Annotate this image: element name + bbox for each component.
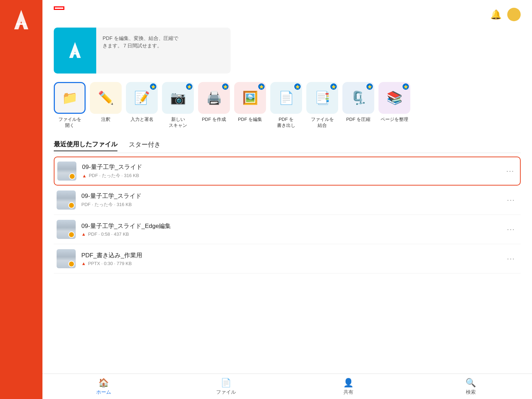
tool-icon-box-combine: 📑⭐	[306, 82, 338, 114]
tool-name-export-pdf: PDF を 書き出し	[277, 117, 295, 129]
file-meta-text-file-4: PPTX · 0:30 · 779 KB	[88, 261, 132, 266]
tool-name-organize: ページを整理	[381, 117, 408, 123]
file-item-file-4[interactable]: PDF_書き込み_作業用▲PPTX · 0:30 · 779 KB···	[54, 244, 521, 274]
file-info-file-4: PDF_書き込み_作業用▲PPTX · 0:30 · 779 KB	[81, 251, 504, 266]
file-thumb-badge-file-1	[69, 173, 75, 180]
tool-icon-annotate: ✏️	[98, 90, 114, 105]
tool-name-combine: ファイルを 結合	[311, 117, 334, 129]
tool-item-combine[interactable]: 📑⭐ファイルを 結合	[306, 82, 338, 129]
tab-bar: 🏠ホーム📄ファイル👤共有🔍検索	[42, 374, 532, 399]
tool-icon-fill-sign: 📝	[134, 90, 150, 105]
tool-item-annotate[interactable]: ✏️注釈	[90, 82, 122, 129]
recent-tab-recent[interactable]: 最近使用したファイル	[54, 140, 117, 151]
tab-icon-search: 🔍	[466, 378, 476, 388]
recent-tab-starred[interactable]: スター付き	[129, 140, 161, 151]
tab-icon-files: 📄	[221, 378, 231, 388]
tool-icon-box-export-pdf: 📄⭐	[270, 82, 302, 114]
tool-item-open-file[interactable]: 📁ファイルを 開く	[54, 82, 86, 129]
tool-name-edit-pdf: PDF を編集	[238, 117, 262, 123]
promo-content: PDF を編集、変換、結合、圧縮できます。７日間試せます。	[96, 28, 231, 74]
tab-label-search: 検索	[466, 389, 476, 395]
file-thumb-badge-file-4	[68, 261, 75, 267]
file-meta-file-2: PDF · たった今 · 316 KB	[81, 201, 504, 208]
recent-files-header: 最近使用したファイルスター付き	[54, 140, 521, 151]
file-meta-text-file-2: PDF · たった今 · 316 KB	[81, 201, 132, 208]
file-meta-text-file-1: PDF · たった今 · 316 KB	[89, 172, 139, 179]
tool-icon-box-fill-sign: 📝⭐	[126, 82, 158, 114]
tool-icon-edit-pdf: 🖼️	[242, 90, 258, 105]
sidebar	[0, 0, 42, 399]
tab-label-files: ファイル	[216, 389, 236, 395]
file-more-button-file-2[interactable]: ···	[504, 194, 518, 205]
file-item-file-1[interactable]: 09-量子工学_スライド▲PDF · たった今 · 316 KB···	[54, 157, 521, 186]
tool-icon-compress: 🗜️	[351, 90, 366, 105]
file-info-file-3: 09-量子工学_スライド_Edge編集▲PDF · 0:58 · 437 KB	[81, 222, 504, 237]
file-item-file-3[interactable]: 09-量子工学_スライド_Edge編集▲PDF · 0:58 · 437 KB·…	[54, 215, 521, 244]
file-thumbnail-file-4	[57, 249, 76, 268]
tools-grid: 📁ファイルを 開く✏️注釈📝⭐入力と署名📷⭐新しい スキャン🖨️⭐PDF を作成…	[54, 82, 521, 129]
file-info-file-2: 09-量子工学_スライドPDF · たった今 · 316 KB	[81, 192, 504, 208]
file-thumb-badge-file-3	[68, 231, 75, 238]
tool-badge-create-pdf: ⭐	[222, 83, 229, 90]
tool-badge-export-pdf: ⭐	[294, 83, 301, 90]
tool-icon-open-file: 📁	[62, 90, 78, 105]
tab-search[interactable]: 🔍検索	[450, 378, 492, 395]
file-name-file-3: 09-量子工学_スライド_Edge編集	[81, 222, 504, 230]
notification-bell-icon[interactable]: 🔔	[490, 9, 502, 20]
header: 🔔	[54, 6, 521, 21]
promo-description: PDF を編集、変換、結合、圧縮できます。７日間試せます。	[103, 35, 224, 49]
file-thumb-badge-file-2	[68, 202, 75, 209]
file-thumbnail-file-3	[57, 220, 76, 239]
tool-icon-create-pdf: 🖨️	[206, 90, 222, 105]
file-more-button-file-1[interactable]: ···	[503, 165, 517, 176]
tool-item-fill-sign[interactable]: 📝⭐入力と署名	[126, 82, 158, 129]
file-more-button-file-3[interactable]: ···	[504, 224, 518, 235]
tool-badge-compress: ⭐	[366, 83, 373, 90]
tool-badge-edit-pdf: ⭐	[258, 83, 265, 90]
tab-home[interactable]: 🏠ホーム	[82, 378, 125, 395]
file-meta-file-4: ▲PPTX · 0:30 · 779 KB	[81, 261, 504, 266]
file-meta-text-file-3: PDF · 0:58 · 437 KB	[88, 231, 129, 237]
tool-icon-box-open-file: 📁	[54, 82, 86, 114]
tab-share[interactable]: 👤共有	[327, 378, 370, 395]
avatar[interactable]	[507, 8, 521, 21]
tool-badge-fill-sign: ⭐	[150, 83, 156, 90]
file-list: 09-量子工学_スライド▲PDF · たった今 · 316 KB···09-量子…	[54, 157, 521, 274]
tool-item-export-pdf[interactable]: 📄⭐PDF を 書き出し	[270, 82, 302, 129]
app-title	[54, 6, 64, 10]
tab-icon-home: 🏠	[98, 378, 109, 388]
tool-name-annotate: 注釈	[101, 117, 110, 123]
cloud-icon-file-1: ▲	[82, 173, 87, 178]
file-item-file-2[interactable]: 09-量子工学_スライドPDF · たった今 · 316 KB···	[54, 186, 521, 215]
promo-banner: PDF を編集、変換、結合、圧縮できます。７日間試せます。	[54, 28, 231, 74]
tab-files[interactable]: 📄ファイル	[205, 378, 247, 395]
tool-name-open-file: ファイルを 開く	[58, 117, 81, 129]
header-left	[54, 6, 64, 15]
file-meta-file-1: ▲PDF · たった今 · 316 KB	[82, 172, 503, 179]
tool-icon-box-edit-pdf: 🖼️⭐	[234, 82, 266, 114]
tool-icon-box-create-pdf: 🖨️⭐	[198, 82, 230, 114]
tab-icon-share: 👤	[343, 378, 354, 388]
tab-label-share: 共有	[343, 389, 353, 395]
tab-label-home: ホーム	[96, 389, 111, 395]
file-meta-file-3: ▲PDF · 0:58 · 437 KB	[81, 231, 504, 237]
file-name-file-1: 09-量子工学_スライド	[82, 163, 503, 171]
tool-item-compress[interactable]: 🗜️⭐PDF を圧縮	[342, 82, 374, 129]
tool-name-compress: PDF を圧縮	[346, 117, 371, 123]
cloud-icon-file-3: ▲	[81, 231, 86, 237]
tool-badge-scan: ⭐	[186, 83, 192, 90]
tool-item-scan[interactable]: 📷⭐新しい スキャン	[162, 82, 194, 129]
file-thumbnail-file-2	[57, 190, 76, 210]
tool-name-create-pdf: PDF を作成	[202, 117, 226, 123]
tool-icon-export-pdf: 📄	[278, 90, 294, 105]
file-info-file-1: 09-量子工学_スライド▲PDF · たった今 · 316 KB	[82, 163, 503, 179]
tool-badge-organize: ⭐	[403, 83, 409, 90]
app-logo	[7, 6, 35, 35]
tool-icon-box-compress: 🗜️⭐	[342, 82, 374, 114]
tool-icon-scan: 📷	[170, 90, 186, 105]
tool-icon-combine: 📑	[314, 90, 330, 105]
tool-item-create-pdf[interactable]: 🖨️⭐PDF を作成	[198, 82, 230, 129]
tool-item-edit-pdf[interactable]: 🖼️⭐PDF を編集	[234, 82, 266, 129]
file-more-button-file-4[interactable]: ···	[504, 253, 518, 264]
tool-item-organize[interactable]: 📚⭐ページを整理	[378, 82, 410, 129]
